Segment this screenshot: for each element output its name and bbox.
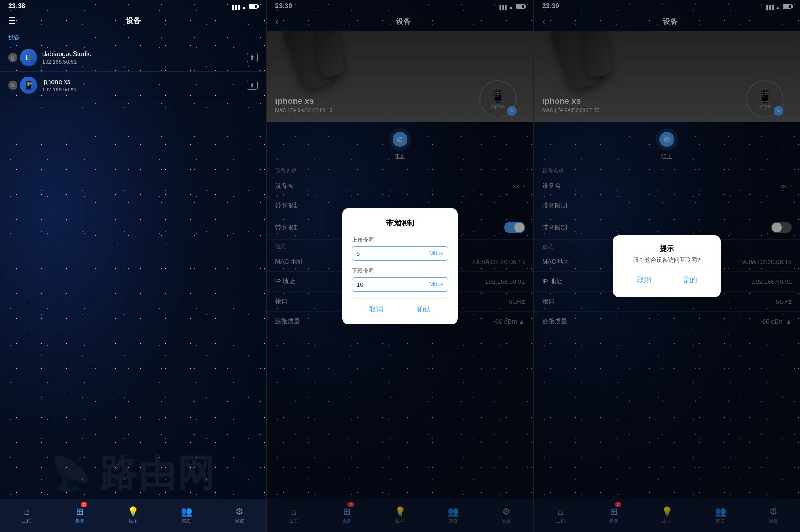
download-label: 下载带宽	[352, 267, 448, 275]
device-list: 🖥 dabiaogacStudio 192.168.50.51 ⬆ 📱 ipho…	[0, 44, 266, 99]
download-unit: Mbps	[429, 281, 443, 288]
tab-tips-1[interactable]: 💡 提示	[106, 499, 160, 532]
panel-header-1: ☰ 设备	[0, 12, 266, 29]
section-label-1: 设备	[0, 29, 266, 44]
modal-actions: 取消 确认	[352, 298, 448, 314]
avatar-1: 🖥	[20, 49, 37, 66]
tab-family-label-1: 家庭	[182, 518, 191, 524]
block-icon-1[interactable]	[8, 53, 17, 62]
tab-settings-1[interactable]: ⚙ 设置	[213, 499, 266, 532]
alert-modal: 提示 限制这台设备访问互联网? 取消 是的	[613, 235, 721, 297]
upload-unit: Mbps	[429, 250, 443, 256]
signal-icon-1	[231, 3, 239, 10]
devices-badge-1: 2	[81, 502, 87, 507]
device-name-2: iphone xs	[42, 78, 247, 86]
upload-input-wrapper: 5 Mbps	[352, 246, 448, 261]
tab-bar-1: ⌂ 主页 ⊞ 2 设备 💡 提示 👥 家庭 ⚙ 设置	[0, 499, 266, 532]
tab-tips-label-1: 提示	[129, 518, 138, 524]
device-ip-1: 192.168.50.51	[42, 59, 247, 65]
wifi-icon-1	[242, 3, 246, 10]
alert-title: 提示	[621, 244, 712, 253]
modal-title: 带宽限制	[352, 218, 448, 228]
alert-cancel-button[interactable]: 取消	[621, 271, 667, 289]
tab-devices-1[interactable]: ⊞ 2 设备	[53, 499, 107, 532]
family-icon-1: 👥	[181, 507, 192, 516]
tab-family-1[interactable]: 👥 家庭	[160, 499, 213, 532]
menu-icon[interactable]: ☰	[8, 16, 16, 26]
modal-cancel-button[interactable]: 取消	[361, 304, 391, 314]
share-icon-2[interactable]: ⬆	[247, 81, 258, 90]
panel-device-detail-2: 23:39 ‹ 设备 iphone xs MAC | FA:9A:D2:20:0…	[534, 0, 800, 532]
share-icon-1[interactable]: ⬆	[247, 53, 258, 62]
alert-overlay-3[interactable]: 提示 限制这台设备访问互联网? 取消 是的	[534, 0, 800, 532]
device-info-1: dabiaogacStudio 192.168.50.51	[42, 50, 247, 65]
tab-devices-label-1: 设备	[75, 518, 84, 524]
tips-icon-1: 💡	[127, 507, 139, 516]
modal-confirm-button[interactable]: 确认	[409, 304, 439, 314]
device-info-2: iphone xs 192.168.50.91	[42, 78, 247, 93]
battery-icon-1	[249, 4, 258, 9]
watermark: 📡 路由网	[0, 448, 266, 499]
alert-actions: 取消 是的	[621, 271, 712, 289]
upload-label: 上传带宽	[352, 236, 448, 244]
download-input-wrapper: 10 Mbps	[352, 277, 448, 292]
status-bar-1: 23:38	[0, 0, 266, 12]
page-title-1: 设备	[126, 16, 141, 26]
tab-settings-label-1: 设置	[235, 518, 244, 524]
bandwidth-modal: 带宽限制 上传带宽 5 Mbps 下载带宽 10 Mbps 取消 确认	[342, 208, 458, 324]
alert-confirm-button[interactable]: 是的	[667, 271, 713, 289]
settings-icon-1: ⚙	[235, 507, 244, 516]
panel-device-detail-1: 23:39 ‹ 设备 iphone xs MAC | FA:9A:D2:20:0…	[267, 0, 533, 532]
device-name-1: dabiaogacStudio	[42, 50, 247, 58]
list-item[interactable]: 🖥 dabiaogacStudio 192.168.50.51 ⬆	[0, 44, 266, 72]
tab-home-label-1: 主页	[22, 518, 31, 524]
panel-device-list: 23:38 ☰ 设备 设备 🖥 dabiaogacStudio 192.168.…	[0, 0, 266, 532]
home-icon-1: ⌂	[24, 507, 29, 516]
avatar-2: 📱	[20, 77, 37, 94]
time-1: 23:38	[8, 2, 25, 10]
list-item[interactable]: 📱 iphone xs 192.168.50.91 ⬆	[0, 72, 266, 99]
devices-icon-1: ⊞	[76, 507, 84, 516]
block-icon-2[interactable]	[8, 81, 17, 90]
alert-message: 限制这台设备访问互联网?	[621, 256, 712, 264]
download-value[interactable]: 10	[357, 281, 364, 288]
modal-overlay-2[interactable]: 带宽限制 上传带宽 5 Mbps 下载带宽 10 Mbps 取消 确认	[267, 0, 533, 532]
upload-value[interactable]: 5	[357, 250, 360, 257]
device-ip-2: 192.168.50.91	[42, 86, 247, 93]
tab-home-1[interactable]: ⌂ 主页	[0, 499, 53, 532]
